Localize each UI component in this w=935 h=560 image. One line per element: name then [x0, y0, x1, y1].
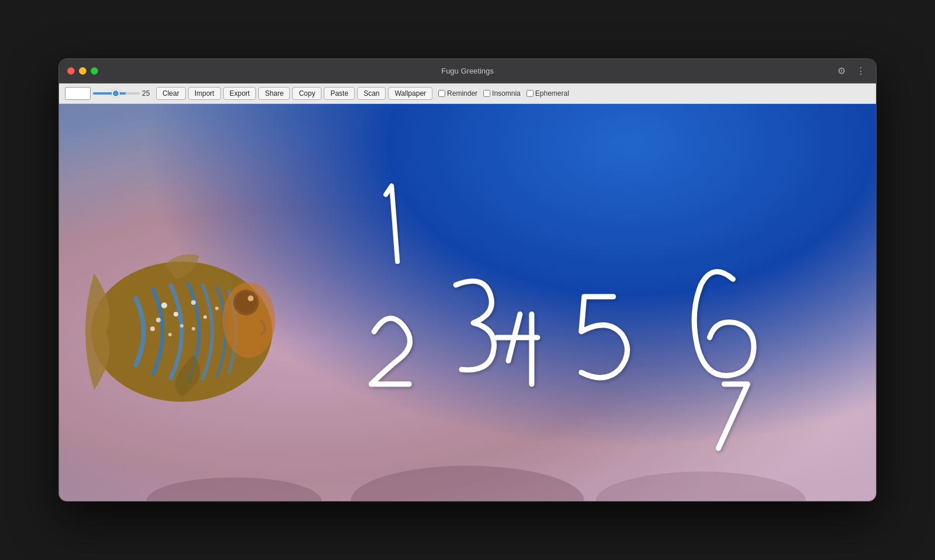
- svg-point-14: [223, 282, 275, 358]
- size-slider[interactable]: [93, 92, 140, 95]
- minimize-button[interactable]: [79, 67, 86, 75]
- checkbox-group: Reminder Insomnia Ephemeral: [438, 89, 569, 98]
- scan-button[interactable]: Scan: [357, 87, 386, 100]
- canvas-area[interactable]: [59, 104, 876, 501]
- svg-point-10: [215, 307, 219, 310]
- size-value: 25: [142, 89, 154, 98]
- paste-button[interactable]: Paste: [324, 87, 355, 100]
- wallpaper-button[interactable]: Wallpaper: [388, 87, 432, 100]
- close-button[interactable]: [67, 67, 75, 75]
- titlebar: Fugu Greetings ⚙ ⋮: [59, 59, 876, 84]
- clear-button[interactable]: Clear: [156, 87, 186, 100]
- ephemeral-checkbox-label[interactable]: Ephemeral: [527, 89, 569, 98]
- traffic-lights: [67, 67, 98, 75]
- svg-point-2: [174, 312, 178, 316]
- import-button[interactable]: Import: [188, 87, 221, 100]
- slider-container: 25: [93, 89, 154, 98]
- share-button[interactable]: Share: [258, 87, 290, 100]
- reminder-label: Reminder: [447, 89, 477, 98]
- app-window: Fugu Greetings ⚙ ⋮ 25 Clear Import Expor…: [58, 58, 877, 502]
- fish-illustration: [77, 180, 322, 472]
- svg-point-6: [180, 324, 183, 328]
- export-button[interactable]: Export: [223, 87, 257, 100]
- insomnia-checkbox[interactable]: [483, 90, 490, 97]
- color-swatch[interactable]: [65, 87, 91, 100]
- titlebar-actions: ⚙ ⋮: [835, 64, 868, 78]
- reminder-checkbox[interactable]: [438, 90, 445, 97]
- reminder-checkbox-label[interactable]: Reminder: [438, 89, 477, 98]
- ephemeral-label: Ephemeral: [535, 89, 569, 98]
- toolbar: 25 Clear Import Export Share Copy Paste …: [59, 84, 876, 104]
- insomnia-checkbox-label[interactable]: Insomnia: [483, 89, 521, 98]
- maximize-button[interactable]: [91, 67, 98, 75]
- svg-point-3: [191, 300, 196, 305]
- svg-point-4: [156, 318, 161, 322]
- svg-point-8: [192, 327, 195, 331]
- window-title: Fugu Greetings: [441, 67, 494, 75]
- svg-point-7: [168, 333, 172, 336]
- copy-button[interactable]: Copy: [292, 87, 321, 100]
- svg-point-5: [203, 315, 207, 319]
- more-icon[interactable]: ⋮: [854, 64, 868, 78]
- svg-point-1: [161, 302, 167, 308]
- insomnia-label: Insomnia: [492, 89, 521, 98]
- svg-point-9: [150, 326, 155, 331]
- ephemeral-checkbox[interactable]: [527, 90, 534, 97]
- extensions-icon[interactable]: ⚙: [835, 64, 848, 78]
